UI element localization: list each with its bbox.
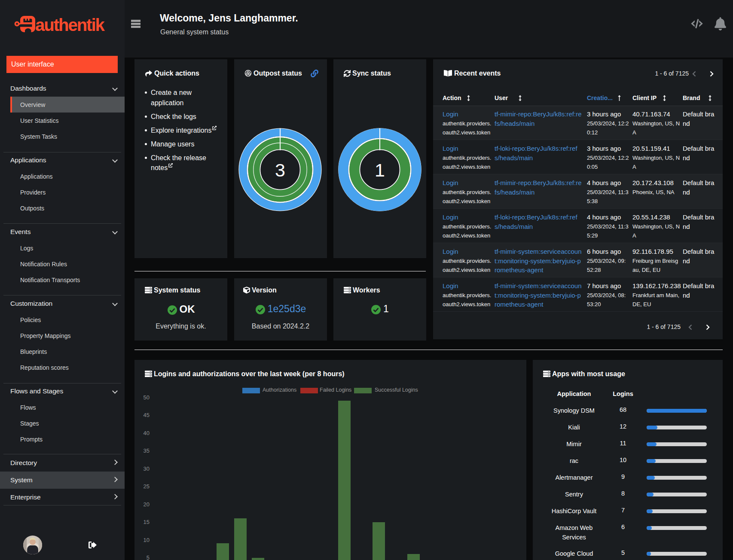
- svg-text:authentik: authentik: [35, 15, 105, 33]
- svg-text:3: 3: [275, 160, 285, 180]
- svg-text:1: 1: [375, 160, 385, 180]
